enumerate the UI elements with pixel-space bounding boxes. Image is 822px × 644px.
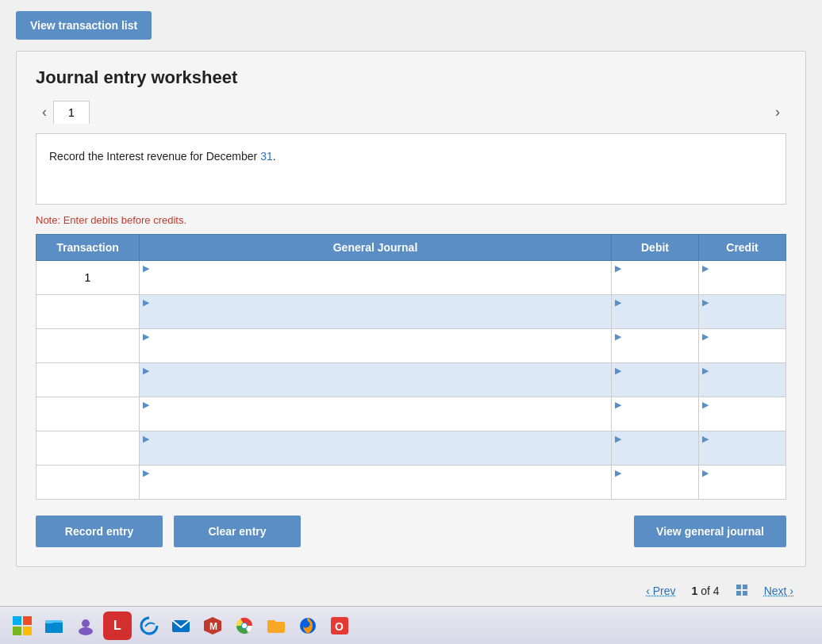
- debit-cell[interactable]: ▶: [612, 431, 699, 466]
- lens-icon[interactable]: L: [103, 611, 132, 640]
- table-row: ▶▶▶: [36, 329, 786, 363]
- transaction-cell: 1: [36, 261, 140, 295]
- debit-cell[interactable]: ▶: [612, 363, 699, 397]
- table-row: ▶▶▶: [36, 466, 786, 500]
- file-explorer-icon[interactable]: [40, 611, 68, 640]
- credit-cell[interactable]: ▶: [699, 431, 786, 466]
- credit-input[interactable]: [702, 308, 782, 328]
- journal-table: Transaction General Journal Debit Credit…: [36, 234, 786, 500]
- debit-input[interactable]: [615, 342, 695, 362]
- folder-icon[interactable]: [262, 611, 290, 640]
- office-icon[interactable]: O: [325, 611, 354, 640]
- credit-cell[interactable]: ▶: [699, 466, 786, 500]
- grid-view-icon[interactable]: [734, 582, 751, 600]
- credit-input[interactable]: [702, 376, 782, 397]
- debit-cell[interactable]: ▶: [612, 329, 699, 363]
- col-header-debit: Debit: [612, 235, 699, 261]
- credit-input[interactable]: [702, 410, 782, 431]
- prev-page-button[interactable]: ‹ Prev: [641, 581, 680, 600]
- windows-start-icon[interactable]: [8, 611, 36, 640]
- transaction-cell: [36, 295, 140, 329]
- taskbar: L M: [0, 606, 822, 644]
- credit-indicator-arrow: ▶: [702, 263, 709, 273]
- general-journal-cell[interactable]: ▶: [140, 329, 612, 363]
- general-journal-cell[interactable]: ▶: [140, 261, 612, 295]
- debit-input[interactable]: [615, 444, 695, 465]
- firefox-icon[interactable]: [294, 611, 322, 640]
- svg-rect-2: [736, 591, 741, 596]
- svg-point-12: [79, 627, 93, 635]
- svg-rect-10: [45, 620, 53, 623]
- credit-cell[interactable]: ▶: [699, 295, 786, 329]
- credit-indicator-arrow: ▶: [702, 468, 709, 477]
- card-title: Journal entry worksheet: [36, 67, 786, 88]
- svg-rect-4: [13, 616, 21, 625]
- general-journal-input[interactable]: [143, 342, 608, 362]
- page-of: of: [701, 585, 713, 597]
- row-indicator-arrow: ▶: [143, 297, 149, 307]
- debit-input[interactable]: [615, 274, 695, 294]
- tab-1[interactable]: 1: [53, 101, 90, 124]
- next-page-button[interactable]: Next ›: [759, 581, 798, 600]
- general-journal-cell[interactable]: ▶: [140, 466, 612, 500]
- table-row: ▶▶▶: [36, 397, 786, 431]
- credit-cell[interactable]: ▶: [699, 397, 786, 431]
- debit-cell[interactable]: ▶: [612, 261, 699, 295]
- clear-entry-button[interactable]: Clear entry: [174, 516, 301, 547]
- general-journal-input[interactable]: [143, 444, 608, 465]
- credit-input[interactable]: [702, 478, 782, 499]
- table-row: ▶▶▶: [36, 363, 786, 397]
- prev-tab-arrow[interactable]: ‹: [36, 101, 53, 124]
- credit-cell[interactable]: ▶: [699, 329, 786, 363]
- transaction-cell: [36, 466, 140, 500]
- transaction-cell: [36, 329, 140, 363]
- credit-input[interactable]: [702, 342, 782, 362]
- chrome-icon[interactable]: [230, 611, 259, 640]
- debit-cell[interactable]: ▶: [612, 397, 699, 431]
- general-journal-input[interactable]: [143, 274, 608, 294]
- transaction-cell: [36, 363, 140, 397]
- next-tab-arrow[interactable]: ›: [769, 101, 786, 124]
- general-journal-cell[interactable]: ▶: [140, 397, 612, 431]
- debit-indicator-arrow: ▶: [615, 332, 621, 341]
- edge-icon[interactable]: [135, 611, 163, 640]
- svg-point-11: [82, 619, 90, 627]
- general-journal-cell[interactable]: ▶: [140, 295, 612, 329]
- debit-cell[interactable]: ▶: [612, 295, 699, 329]
- teams-icon[interactable]: [71, 611, 100, 640]
- table-row: 1▶▶▶: [36, 261, 786, 295]
- general-journal-cell[interactable]: ▶: [140, 363, 612, 397]
- credit-input[interactable]: [702, 274, 782, 294]
- svg-rect-7: [23, 627, 32, 635]
- mcafee-icon[interactable]: M: [198, 611, 227, 640]
- debit-input[interactable]: [615, 410, 695, 431]
- total-pages: 4: [713, 585, 720, 597]
- col-header-credit: Credit: [699, 235, 786, 261]
- general-journal-input[interactable]: [143, 376, 608, 397]
- credit-input[interactable]: [702, 444, 782, 465]
- main-card: Journal entry worksheet ‹ 1 › Record the…: [16, 51, 806, 567]
- debit-input[interactable]: [615, 308, 695, 328]
- record-entry-button[interactable]: Record entry: [36, 516, 163, 547]
- credit-indicator-arrow: ▶: [702, 434, 709, 443]
- view-general-journal-button[interactable]: View general journal: [634, 516, 786, 547]
- tab-navigation: ‹ 1 ›: [36, 101, 786, 124]
- general-journal-input[interactable]: [143, 410, 608, 431]
- view-transaction-button[interactable]: View transaction list: [16, 11, 152, 40]
- instruction-prefix: Record the Interest revenue for December: [49, 150, 260, 163]
- debit-indicator-arrow: ▶: [615, 468, 621, 477]
- debit-indicator-arrow: ▶: [615, 263, 621, 273]
- credit-indicator-arrow: ▶: [702, 400, 709, 409]
- debit-input[interactable]: [615, 478, 695, 499]
- credit-cell[interactable]: ▶: [699, 261, 786, 295]
- debit-cell[interactable]: ▶: [612, 466, 699, 500]
- general-journal-input[interactable]: [143, 478, 608, 499]
- credit-cell[interactable]: ▶: [699, 363, 786, 397]
- general-journal-input[interactable]: [143, 308, 608, 328]
- table-row: ▶▶▶: [36, 431, 786, 466]
- mail-icon[interactable]: [167, 611, 195, 640]
- svg-text:M: M: [209, 621, 217, 632]
- table-row: ▶▶▶: [36, 295, 786, 329]
- debit-input[interactable]: [615, 376, 695, 397]
- general-journal-cell[interactable]: ▶: [140, 431, 612, 466]
